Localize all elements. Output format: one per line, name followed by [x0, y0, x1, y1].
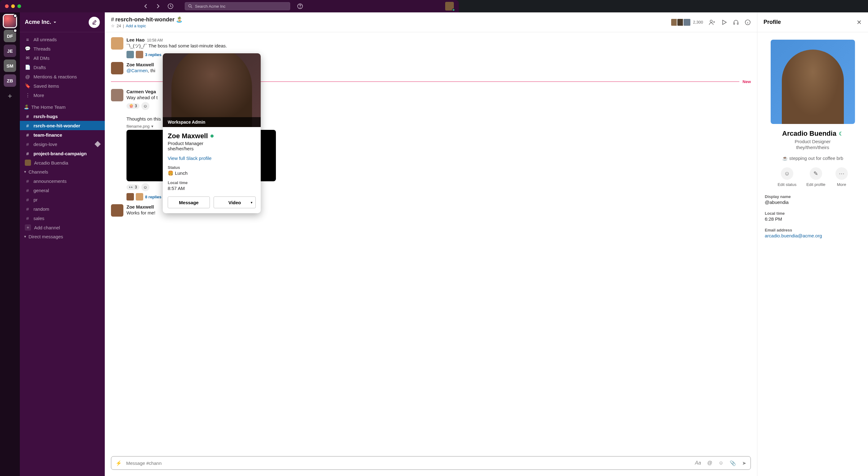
- chevron-down-icon: ▾: [151, 124, 153, 129]
- channel-item[interactable]: #project-brand-campaign: [20, 149, 105, 158]
- workspace-switcher-item[interactable]: SM: [4, 60, 16, 72]
- video-call-button[interactable]: Video▾: [214, 196, 256, 208]
- sidebar-item-drafts[interactable]: 📄Drafts: [20, 63, 105, 72]
- profile-pronouns: she/her/hers: [168, 146, 256, 151]
- message-button[interactable]: Message: [168, 196, 210, 208]
- reaction-emoji: 🍿: [129, 104, 134, 108]
- avatar[interactable]: [111, 89, 123, 101]
- bookmark-icon: 🔖: [25, 83, 30, 89]
- section-header-channels[interactable]: ▼Channels: [20, 167, 105, 176]
- workspace-menu[interactable]: Acme Inc.: [25, 19, 57, 25]
- threads-icon: 💬: [25, 46, 30, 52]
- add-topic-button[interactable]: Add a topic: [126, 24, 146, 28]
- channel-item[interactable]: #general: [20, 186, 105, 195]
- minimize-window-button[interactable]: [11, 4, 15, 8]
- unread-badge: [13, 14, 17, 18]
- reaction[interactable]: 👀3: [126, 184, 140, 190]
- hash-icon: #: [25, 132, 30, 137]
- sidebar-item-all-dms[interactable]: ✉All DMs: [20, 53, 105, 63]
- workspace-switcher-item[interactable]: [4, 15, 16, 27]
- section-emoji-icon: 🏝️: [24, 104, 29, 110]
- sidebar-item-more[interactable]: ⋮More: [20, 91, 105, 100]
- history-back-button[interactable]: [143, 3, 149, 9]
- hash-icon: #: [25, 188, 30, 193]
- section-header-dms[interactable]: ▼Direct messages: [20, 232, 105, 241]
- drafts-icon: 📄: [25, 64, 30, 70]
- dm-name: Arcadio Buendia: [34, 160, 68, 165]
- message-author[interactable]: Lee Hao: [126, 37, 145, 42]
- close-window-button[interactable]: [5, 4, 9, 8]
- reaction[interactable]: 🍿3: [126, 103, 140, 109]
- sidebar-item-label: All DMs: [33, 56, 50, 61]
- avatar[interactable]: [111, 37, 123, 50]
- avatar[interactable]: [111, 204, 123, 217]
- channel-name: rsrch-hugs: [33, 114, 58, 119]
- avatar[interactable]: [111, 62, 123, 74]
- workspace-switcher-item[interactable]: ZB: [4, 74, 16, 87]
- avatar: [136, 51, 143, 58]
- channel-header: # resrch-one-hit-wonder 🏝️ ☆ 24 | Add a …: [105, 12, 459, 32]
- channel-name: random: [33, 207, 49, 212]
- channel-emoji-icon: 🏝️: [176, 16, 183, 23]
- sidebar-item-label: Saved items: [33, 83, 59, 89]
- dm-item[interactable]: Arcadio Buendia: [20, 158, 105, 167]
- chevron-down-icon: ▾: [251, 201, 252, 204]
- search-input[interactable]: Search Acme Inc: [185, 2, 290, 10]
- unreads-icon: ≡: [25, 37, 30, 42]
- sidebar-item-label: More: [33, 93, 44, 98]
- sidebar-item-saved[interactable]: 🔖Saved items: [20, 81, 105, 91]
- history-forward-button[interactable]: [155, 3, 161, 9]
- help-button[interactable]: [297, 3, 303, 9]
- main-content: # resrch-one-hit-wonder 🏝️ ☆ 24 | Add a …: [105, 12, 459, 252]
- search-icon: [188, 4, 192, 8]
- message-list[interactable]: Lee Hao10:58 AM ¯\_(ツ)_/¯ The boss had s…: [105, 32, 459, 252]
- workspace-switcher-item[interactable]: JE: [4, 44, 16, 57]
- hash-icon: #: [25, 141, 30, 147]
- add-workspace-button[interactable]: +: [8, 92, 12, 100]
- compose-button[interactable]: [89, 17, 100, 28]
- local-time-label: Local time: [168, 180, 256, 185]
- maximize-window-button[interactable]: [18, 4, 21, 8]
- avatar: [136, 193, 143, 200]
- channel-name: design-love: [33, 141, 57, 147]
- message-author[interactable]: Carmen Vega: [126, 89, 156, 94]
- hash-icon: #: [25, 123, 30, 128]
- section-header-starred[interactable]: 🏝️ The Home Team: [20, 102, 105, 112]
- pin-count[interactable]: 24: [117, 24, 121, 28]
- channel-item[interactable]: #sales: [20, 214, 105, 223]
- section-label: Channels: [29, 169, 48, 174]
- profile-role: Product Manager: [168, 141, 256, 146]
- message-time: 10:58 AM: [147, 38, 163, 42]
- hash-icon: #: [25, 207, 30, 212]
- workspace-switcher-item[interactable]: DF: [4, 30, 16, 42]
- channel-item[interactable]: #rsrch-one-hit-wonder: [20, 121, 105, 130]
- message-author[interactable]: Zoe Maxwell: [126, 62, 154, 67]
- channel-title[interactable]: # resrch-one-hit-wonder 🏝️: [111, 16, 183, 23]
- window-controls: [5, 4, 21, 8]
- history-button[interactable]: [167, 3, 174, 9]
- avatar: [126, 51, 134, 58]
- message-author[interactable]: Zoe Maxwell: [126, 204, 154, 210]
- message-text: ¯\_(ツ)_/¯ The boss had some last-minute …: [126, 43, 459, 49]
- channel-item[interactable]: #pr: [20, 195, 105, 204]
- sidebar-item-all-unreads[interactable]: ≡All unreads: [20, 35, 105, 44]
- sidebar-item-label: All unreads: [33, 37, 57, 42]
- channel-name: team-finance: [33, 132, 62, 137]
- channel-item[interactable]: #design-love: [20, 139, 105, 149]
- sidebar-item-mentions[interactable]: @Mentions & reactions: [20, 72, 105, 81]
- plus-icon: +: [25, 224, 31, 230]
- compose-icon: [91, 20, 97, 25]
- status-label: Status: [168, 165, 256, 170]
- add-channel-button[interactable]: +Add channel: [20, 223, 105, 232]
- channel-name: general: [33, 188, 49, 193]
- channel-item[interactable]: #random: [20, 204, 105, 214]
- mention[interactable]: @Carmen: [126, 68, 148, 73]
- view-profile-link[interactable]: View full Slack profile: [168, 156, 256, 161]
- channel-item[interactable]: #announcements: [20, 176, 105, 186]
- channel-item[interactable]: #rsrch-hugs: [20, 112, 105, 121]
- channel-item[interactable]: #team-finance: [20, 130, 105, 139]
- dms-icon: ✉: [25, 55, 30, 61]
- sidebar-item-threads[interactable]: 💬Threads: [20, 44, 105, 53]
- add-reaction-button[interactable]: ☺: [142, 183, 149, 191]
- add-reaction-button[interactable]: ☺: [142, 102, 149, 110]
